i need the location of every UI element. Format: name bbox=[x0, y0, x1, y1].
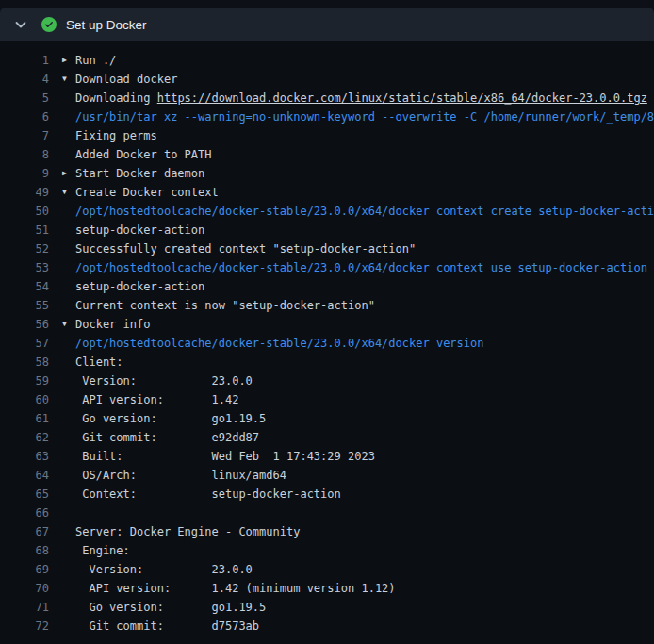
line-number[interactable]: 4 bbox=[0, 70, 49, 89]
log-line: 72 Git commit: d7573ab bbox=[0, 617, 654, 636]
log-line: 51 setup-docker-action bbox=[0, 221, 654, 239]
line-number[interactable]: 57 bbox=[0, 334, 49, 353]
log-text: Added Docker to PATH bbox=[75, 145, 212, 164]
log-line: 64 OS/Arch: linux/amd64 bbox=[0, 466, 654, 485]
log-line: 69 Version: 23.0.0 bbox=[0, 560, 654, 579]
triangle-right-icon: ▶ bbox=[62, 164, 75, 183]
line-number[interactable]: 59 bbox=[0, 372, 49, 390]
line-number[interactable]: 55 bbox=[0, 296, 49, 315]
triangle-down-icon: ▼ bbox=[62, 315, 75, 334]
line-number[interactable]: 52 bbox=[0, 239, 49, 258]
log-text: Git commit: d7573ab bbox=[75, 617, 259, 636]
line-number[interactable]: 70 bbox=[0, 579, 49, 598]
log-group-toggle[interactable]: 4 ▼ Download docker bbox=[0, 70, 654, 89]
line-number[interactable]: 8 bbox=[0, 145, 49, 164]
line-number[interactable]: 5 bbox=[0, 89, 49, 107]
disclosure-icon bbox=[62, 579, 75, 598]
line-number[interactable]: 72 bbox=[0, 617, 49, 636]
log-group-toggle[interactable]: 9 ▶ Start Docker daemon bbox=[0, 164, 654, 183]
log-line: 5 Downloading https://download.docker.co… bbox=[0, 89, 654, 107]
log-text: Start Docker daemon bbox=[75, 164, 204, 183]
line-number[interactable]: 68 bbox=[0, 541, 49, 560]
log-text: Downloading https://download.docker.com/… bbox=[75, 89, 647, 107]
line-number[interactable]: 63 bbox=[0, 447, 49, 466]
disclosure-icon bbox=[62, 504, 75, 522]
disclosure-icon bbox=[62, 485, 75, 504]
disclosure-icon bbox=[62, 89, 75, 107]
check-circle-icon bbox=[41, 17, 57, 32]
line-number[interactable]: 61 bbox=[0, 409, 49, 428]
step-title: Set up Docker bbox=[66, 18, 147, 32]
log-line: 54 setup-docker-action bbox=[0, 277, 654, 296]
line-number[interactable]: 69 bbox=[0, 560, 49, 579]
line-number[interactable]: 51 bbox=[0, 221, 49, 239]
log-text: /opt/hostedtoolcache/docker-stable/23.0.… bbox=[75, 258, 647, 277]
log-text: setup-docker-action bbox=[75, 277, 204, 296]
disclosure-icon bbox=[62, 107, 75, 126]
line-number[interactable]: 7 bbox=[0, 126, 49, 145]
disclosure-icon bbox=[62, 202, 75, 221]
log-text: Engine: bbox=[75, 541, 130, 560]
disclosure-icon bbox=[62, 277, 75, 296]
log-line: 65 Context: setup-docker-action bbox=[0, 485, 654, 504]
log-line: 57 /opt/hostedtoolcache/docker-stable/23… bbox=[0, 334, 654, 353]
log-line: 68 Engine: bbox=[0, 541, 654, 560]
log-text: Fixing perms bbox=[75, 126, 157, 145]
log-group-toggle[interactable]: 1 ▶ Run ./ bbox=[0, 51, 654, 70]
disclosure-icon bbox=[62, 560, 75, 579]
log-link[interactable]: https://download.docker.com/linux/static… bbox=[157, 91, 647, 105]
log-line: 50 /opt/hostedtoolcache/docker-stable/23… bbox=[0, 202, 654, 221]
line-number[interactable]: 9 bbox=[0, 164, 49, 183]
log-line: 60 API version: 1.42 bbox=[0, 390, 654, 409]
disclosure-icon bbox=[62, 541, 75, 560]
log-text: /usr/bin/tar xz --warning=no-unknown-key… bbox=[75, 107, 654, 126]
disclosure-icon bbox=[62, 390, 75, 409]
chevron-down-icon[interactable] bbox=[13, 17, 28, 32]
line-number[interactable]: 58 bbox=[0, 353, 49, 372]
log-group-toggle[interactable]: 56 ▼ Docker info bbox=[0, 315, 654, 334]
line-number[interactable]: 53 bbox=[0, 258, 49, 277]
line-number[interactable]: 64 bbox=[0, 466, 49, 485]
line-number[interactable]: 56 bbox=[0, 315, 49, 334]
log-line: 8 Added Docker to PATH bbox=[0, 145, 654, 164]
disclosure-icon bbox=[62, 522, 75, 541]
log-line: 55 Current context is now "setup-docker-… bbox=[0, 296, 654, 315]
line-number[interactable]: 54 bbox=[0, 277, 49, 296]
log-text: API version: 1.42 (minimum version 1.12) bbox=[75, 579, 396, 598]
log-text: Go version: go1.19.5 bbox=[75, 598, 266, 617]
disclosure-icon bbox=[62, 447, 75, 466]
line-number[interactable]: 66 bbox=[0, 504, 49, 522]
log-text: Create Docker context bbox=[75, 183, 219, 202]
log-text: Version: 23.0.0 bbox=[75, 372, 253, 390]
log-text: setup-docker-action bbox=[75, 221, 204, 239]
disclosure-icon bbox=[62, 617, 75, 636]
log-line: 7 Fixing perms bbox=[0, 126, 654, 145]
line-number[interactable]: 49 bbox=[0, 183, 49, 202]
line-number[interactable]: 6 bbox=[0, 107, 49, 126]
log-line: 6 /usr/bin/tar xz --warning=no-unknown-k… bbox=[0, 107, 654, 126]
log-text: Run ./ bbox=[75, 51, 116, 70]
line-number[interactable]: 60 bbox=[0, 390, 49, 409]
log-text: Client: bbox=[75, 353, 123, 372]
log-line: 67 Server: Docker Engine - Community bbox=[0, 522, 654, 541]
triangle-right-icon: ▶ bbox=[62, 51, 75, 70]
line-number[interactable]: 50 bbox=[0, 202, 49, 221]
log-text: Context: setup-docker-action bbox=[75, 485, 341, 504]
log-line: 52 Successfully created context "setup-d… bbox=[0, 239, 654, 258]
line-number[interactable]: 65 bbox=[0, 485, 49, 504]
log-group-toggle[interactable]: 49 ▼ Create Docker context bbox=[0, 183, 654, 202]
disclosure-icon bbox=[62, 428, 75, 447]
disclosure-icon bbox=[62, 372, 75, 390]
step-header[interactable]: Set up Docker bbox=[0, 8, 654, 41]
log-text: Built: Wed Feb 1 17:43:29 2023 bbox=[75, 447, 375, 466]
log-text: Current context is now "setup-docker-act… bbox=[75, 296, 375, 315]
log-text: Docker info bbox=[75, 315, 150, 334]
line-number[interactable]: 67 bbox=[0, 522, 49, 541]
log-area: 1 ▶ Run ./ 4 ▼ Download docker 5 Downloa… bbox=[0, 41, 654, 644]
line-number[interactable]: 71 bbox=[0, 598, 49, 617]
line-number[interactable]: 1 bbox=[0, 51, 49, 70]
line-number[interactable]: 62 bbox=[0, 428, 49, 447]
disclosure-icon bbox=[62, 221, 75, 239]
disclosure-icon bbox=[62, 598, 75, 617]
triangle-down-icon: ▼ bbox=[62, 70, 75, 89]
